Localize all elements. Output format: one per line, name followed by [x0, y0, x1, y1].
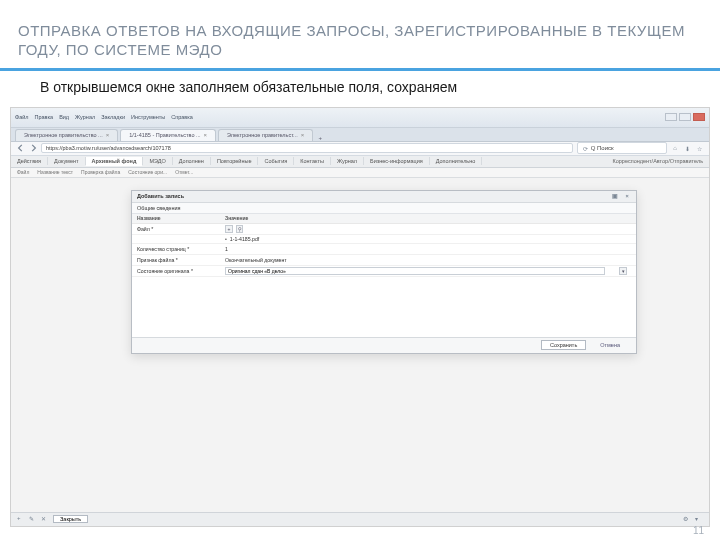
tab-close-icon[interactable]: × [106, 132, 110, 138]
close-button[interactable]: Закрыть [53, 515, 88, 523]
app-tab-extra2[interactable]: Дополнительно [430, 157, 483, 165]
column-subbar: Файл Название текст Проверка файла Состо… [11, 168, 709, 178]
menu-history[interactable]: Журнал [75, 114, 95, 120]
bottom-toolbar: + ✎ ✕ Закрыть ⚙ ▾ [11, 512, 709, 526]
label-filetype: Признак файла * [132, 256, 220, 264]
accent-rule [0, 68, 720, 71]
row-file-value: • 1-1-4185.pdf [132, 235, 636, 244]
dialog-subtab[interactable]: Общие сведения [132, 203, 636, 214]
nav-forward-icon[interactable] [29, 144, 37, 152]
col-mark[interactable]: Отмет... [175, 169, 193, 175]
browser-tab-0[interactable]: Электронное правительство ...× [15, 129, 118, 141]
window-titlebar: Файл Правка Вид Журнал Закладки Инструме… [11, 108, 709, 128]
tab-close-icon[interactable]: × [204, 132, 208, 138]
menu-bookmarks[interactable]: Закладки [101, 114, 125, 120]
address-bar: https://pba3.motiw.ru/user/advancedsearc… [11, 142, 709, 156]
app-tab-document[interactable]: Документ [48, 157, 85, 165]
save-button[interactable]: Сохранить [541, 340, 586, 350]
header-name: Название [132, 214, 220, 223]
slide-title: ОТПРАВКА ОТВЕТОВ НА ВХОДЯЩИЕ ЗАПРОСЫ, ЗА… [0, 0, 720, 66]
slide-subtitle: В открывшемся окне заполняем обязательны… [0, 79, 720, 103]
menu-edit[interactable]: Правка [35, 114, 54, 120]
label-original-state: Состояние оригинала * [132, 267, 220, 275]
dialog-collapse-icon[interactable]: ▣ [611, 192, 619, 200]
edit-icon[interactable]: ✎ [29, 515, 37, 523]
dialog-header-row: Название Значение [132, 214, 636, 224]
browser-tabs: Электронное правительство ...× 1/1-4185 … [11, 128, 709, 142]
home-icon[interactable]: ⌂ [671, 144, 679, 152]
app-tab-actions[interactable]: Действия [11, 157, 48, 165]
col-orig[interactable]: Состояние ори... [128, 169, 167, 175]
app-tab-extra1[interactable]: Дополнен [173, 157, 211, 165]
picker-button[interactable]: ▾ [619, 267, 627, 275]
os-menu: Файл Правка Вид Журнал Закладки Инструме… [15, 114, 193, 120]
tab-close-icon[interactable]: × [301, 132, 305, 138]
bookmark-icon[interactable]: ☆ [695, 144, 703, 152]
search-refresh-icon: ⟳ [581, 144, 589, 152]
browser-tab-2[interactable]: Электронное правительст...× [218, 129, 313, 141]
dialog-padding [132, 277, 636, 337]
window-minimize-button[interactable] [665, 113, 677, 121]
col-check[interactable]: Проверка файла [81, 169, 120, 175]
search-placeholder: Q Поиск [589, 145, 663, 151]
menu-help[interactable]: Справка [171, 114, 193, 120]
url-input[interactable]: https://pba3.motiw.ru/user/advancedsearc… [41, 143, 573, 153]
new-tab-button[interactable]: + [315, 135, 325, 141]
add-file-button[interactable]: + [225, 225, 233, 233]
app-tab-repeat[interactable]: Повторейные [211, 157, 259, 165]
app-tab-business[interactable]: Бизнес-информация [364, 157, 430, 165]
nav-back-icon[interactable] [17, 144, 25, 152]
app-tab-journal[interactable]: Журнал [331, 157, 364, 165]
col-file[interactable]: Файл [17, 169, 29, 175]
window-maximize-button[interactable] [679, 113, 691, 121]
original-state-input[interactable] [225, 267, 605, 275]
window-close-button[interactable] [693, 113, 705, 121]
tab-label: Электронное правительст... [227, 132, 298, 138]
header-value: Значение [220, 214, 636, 223]
download-icon[interactable]: ⬇ [683, 144, 691, 152]
cancel-button[interactable]: Отмена [592, 341, 628, 349]
app-tab-events[interactable]: События [258, 157, 294, 165]
link-file-button[interactable]: ⚲ [236, 225, 244, 233]
app-tab-archive[interactable]: Архивный фонд [86, 157, 144, 166]
gear-icon[interactable]: ⚙ [683, 515, 691, 523]
menu-view[interactable]: Вид [59, 114, 69, 120]
row-original-state: Состояние оригинала * ▾ [132, 266, 636, 277]
dialog-titlebar: Добавить запись ▣ × [132, 191, 636, 203]
dialog-close-icon[interactable]: × [623, 192, 631, 200]
chevron-down-icon[interactable]: ▾ [695, 515, 703, 523]
label-pages: Количество страниц * [132, 245, 220, 253]
app-right-label: Корреспондент/Автор/Отправитель [613, 158, 709, 164]
menu-file[interactable]: Файл [15, 114, 29, 120]
delete-icon[interactable]: ✕ [41, 515, 49, 523]
row-filetype: Признак файла * Окончательный документ [132, 255, 636, 266]
row-pages: Количество страниц * 1 [132, 244, 636, 255]
app-tab-contacts[interactable]: Контакты [294, 157, 331, 165]
pages-value[interactable]: 1 [225, 246, 228, 252]
app-tab-medo[interactable]: МЭДО [143, 157, 172, 165]
page-number: 11 [693, 525, 704, 536]
app-tabs: Действия Документ Архивный фонд МЭДО Доп… [11, 156, 709, 168]
app-screenshot: Файл Правка Вид Журнал Закладки Инструме… [10, 107, 710, 527]
dialog-title: Добавить запись [137, 193, 184, 199]
dialog-footer: Сохранить Отмена [132, 337, 636, 353]
browser-tab-1[interactable]: 1/1-4185 - Правительство ...× [120, 129, 216, 141]
search-box[interactable]: ⟳ Q Поиск [577, 142, 667, 154]
tab-label: 1/1-4185 - Правительство ... [129, 132, 200, 138]
add-record-dialog: Добавить запись ▣ × Общие сведения Назва… [131, 190, 637, 354]
tab-label: Электронное правительство ... [24, 132, 103, 138]
row-file: Файл * + ⚲ [132, 224, 636, 235]
add-icon[interactable]: + [17, 515, 25, 523]
label-file: Файл * [132, 225, 220, 233]
file-name[interactable]: 1-1-4185.pdf [230, 236, 259, 242]
col-name[interactable]: Название текст [37, 169, 73, 175]
menu-tools[interactable]: Инструменты [131, 114, 165, 120]
filetype-value[interactable]: Окончательный документ [225, 257, 287, 263]
dialog-body: Название Значение Файл * + ⚲ • 1-1-4185.… [132, 214, 636, 337]
